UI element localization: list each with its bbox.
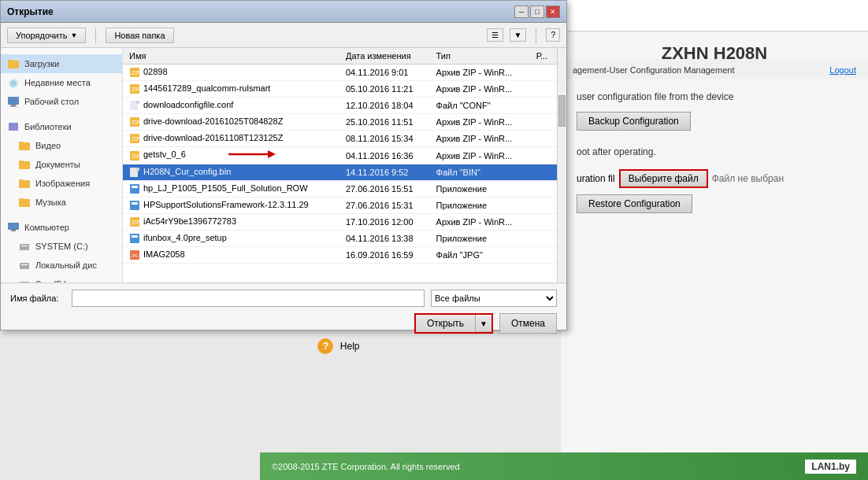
file-date-cell: 27.06.2016 15:31 xyxy=(339,197,430,213)
svg-rect-39 xyxy=(136,168,139,171)
help-button[interactable]: ? xyxy=(546,28,560,42)
table-row[interactable]: ifunbox_4.0pre_setup04.11.2016 13:38Прил… xyxy=(123,230,557,246)
nav-pane: Загрузки Недавние места Рабочий стол Биб… xyxy=(1,48,123,282)
svg-rect-1 xyxy=(8,60,13,62)
filename-input[interactable] xyxy=(72,290,425,307)
filetype-select[interactable]: Все файлы xyxy=(431,290,557,307)
nav-item-computer[interactable]: Компьютер xyxy=(1,218,122,237)
zip-icon: ZIP xyxy=(129,83,140,93)
library-icon xyxy=(7,120,20,133)
nav-item-label: Рабочий стол xyxy=(24,97,79,106)
table-row[interactable]: hp_LJ_P1005_P1505_Full_Solution_ROW27.06… xyxy=(123,180,557,197)
dialog-minimize-button[interactable]: ─ xyxy=(514,6,529,18)
nav-item-label: Изображения xyxy=(35,179,90,188)
nav-item-downloads[interactable]: Загрузки xyxy=(1,54,122,73)
table-row[interactable]: H208N_Cur_config.bin14.11.2016 9:52Файл … xyxy=(123,164,557,180)
choose-file-button[interactable]: Выберите файл xyxy=(619,169,708,188)
column-type[interactable]: Тип xyxy=(430,48,530,65)
drive-icon xyxy=(18,259,31,271)
svg-rect-15 xyxy=(19,198,24,201)
reboot-note: oot after operating. xyxy=(577,146,852,157)
open-button[interactable]: Открыть xyxy=(416,315,476,332)
filename-label: Имя файла: xyxy=(10,294,65,303)
app-icon xyxy=(129,233,140,242)
file-size-cell xyxy=(530,180,557,197)
svg-rect-40 xyxy=(130,184,139,194)
nav-item-desktop[interactable]: Рабочий стол xyxy=(1,92,122,111)
svg-text:ZIP: ZIP xyxy=(132,136,140,142)
column-size[interactable]: Р... xyxy=(530,48,557,65)
file-type-cell: Архив ZIP - WinR... xyxy=(430,114,530,131)
scrollbar[interactable] xyxy=(557,48,566,282)
svg-rect-41 xyxy=(132,186,138,188)
folder-icon xyxy=(18,139,31,152)
restore-configuration-button[interactable]: Restore Configuration xyxy=(577,194,692,213)
file-type-cell: Архив ZIP - WinR... xyxy=(430,81,530,98)
file-size-cell xyxy=(530,131,557,147)
nav-item-recent[interactable]: Недавние места xyxy=(1,73,122,92)
toolbar-separator xyxy=(95,28,96,43)
nav-item-label: Недавние места xyxy=(24,78,91,87)
file-name-cell: ZIP1445617289_qualcomm-rulsmart xyxy=(123,81,339,98)
file-date-cell: 16.09.2016 16:59 xyxy=(339,247,430,264)
open-button-dropdown[interactable]: ▼ xyxy=(476,316,491,331)
column-name[interactable]: Имя xyxy=(123,48,339,65)
file-name-cell: ZIPgetstv_0_6 xyxy=(123,147,339,164)
nav-item-san-f[interactable]: San (F:) xyxy=(1,275,122,282)
nav-item-label: Компьютер xyxy=(24,223,69,232)
dialog-bottom: Имя файла: Все файлы Открыть ▼ Отмена xyxy=(1,282,566,330)
filename-row: Имя файла: Все файлы xyxy=(10,290,557,307)
nav-item-label: Загрузки xyxy=(24,59,59,68)
file-date-cell: 04.11.2016 13:38 xyxy=(339,230,430,246)
nav-item-music[interactable]: Музыка xyxy=(1,193,122,212)
file-name-cell: ifunbox_4.0pre_setup xyxy=(123,230,339,246)
table-row[interactable]: ZIP0289804.11.2016 9:01Архив ZIP - WinR.… xyxy=(123,65,557,81)
zip-icon: ZIP xyxy=(129,150,140,159)
nav-item-documents[interactable]: Документы xyxy=(1,155,122,174)
view-dropdown-button[interactable]: ▼ xyxy=(510,28,527,42)
table-row[interactable]: ZIPdrive-download-20161108T123125Z08.11.… xyxy=(123,131,557,147)
nav-item-libraries[interactable]: Библиотеки xyxy=(1,117,122,136)
file-size-cell xyxy=(530,114,557,131)
folder-icon xyxy=(18,158,31,171)
dialog-titlebar: Открытие ─ □ ✕ xyxy=(1,1,566,23)
view-list-button[interactable]: ☰ xyxy=(487,28,503,42)
table-row[interactable]: downloadconfigfile.conf12.10.2016 18:04Ф… xyxy=(123,98,557,114)
dialog-close-button[interactable]: ✕ xyxy=(546,6,560,18)
svg-text:ZIP: ZIP xyxy=(132,120,140,125)
table-row[interactable]: ZIPdrive-download-20161025T084828Z25.10.… xyxy=(123,114,557,131)
table-row[interactable]: ZIPgetstv_0_604.11.2016 16:36Архив ZIP -… xyxy=(123,147,557,164)
file-name-cell: HPSupportSolutionsFramework-12.3.11.29 xyxy=(123,197,339,213)
cancel-button[interactable]: Отмена xyxy=(499,313,557,334)
svg-rect-18 xyxy=(20,244,29,250)
scrollbar-thumb[interactable] xyxy=(558,95,566,127)
table-row[interactable]: HPSupportSolutionsFramework-12.3.11.2927… xyxy=(123,197,557,213)
file-type-cell: Приложение xyxy=(430,197,530,213)
svg-rect-9 xyxy=(19,142,24,144)
zip-icon: ZIP xyxy=(129,216,140,226)
column-date[interactable]: Дата изменения xyxy=(339,48,430,65)
logout-link[interactable]: Logout xyxy=(829,65,856,75)
nav-text: agement-User Configuration Management xyxy=(573,65,734,75)
nav-item-video[interactable]: Видео xyxy=(1,136,122,155)
recent-icon xyxy=(7,76,20,89)
svg-rect-22 xyxy=(20,282,29,282)
nav-item-local-d[interactable]: Локальный дис xyxy=(1,256,122,275)
table-row[interactable]: JPGIMAG205816.09.2016 16:59Файл "JPG" xyxy=(123,247,557,264)
table-row[interactable]: ZIPiAc54rY9be139677278317.10.2016 12:00А… xyxy=(123,213,557,230)
file-size-cell xyxy=(530,81,557,98)
lan1-badge: LAN1.by xyxy=(805,460,856,474)
table-row[interactable]: ZIP1445617289_qualcomm-rulsmart05.10.201… xyxy=(123,81,557,98)
file-date-cell: 05.10.2016 11:21 xyxy=(339,81,430,98)
nav-item-images[interactable]: Изображения xyxy=(1,174,122,193)
organize-button[interactable]: Упорядочить ▼ xyxy=(7,28,86,43)
footer-copyright: ©2008-2015 ZTE Corporation. All rights r… xyxy=(272,462,460,471)
backup-configuration-button[interactable]: Backup Configuration xyxy=(577,112,691,131)
new-folder-button[interactable]: Новая папка xyxy=(106,28,173,43)
file-dialog: Открытие ─ □ ✕ Упорядочить ▼ Новая папка… xyxy=(0,0,567,330)
svg-rect-17 xyxy=(11,230,16,231)
dialog-maximize-button[interactable]: □ xyxy=(530,6,544,18)
file-type-cell: Приложение xyxy=(430,230,530,246)
nav-item-system-c[interactable]: SYSTEM (C:) xyxy=(1,237,122,256)
no-file-text: Файл не выбран xyxy=(712,173,784,184)
